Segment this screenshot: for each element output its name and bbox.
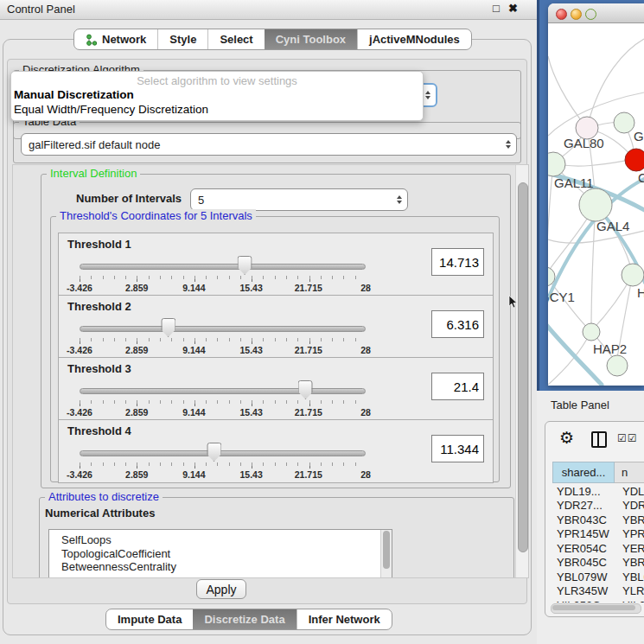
threshold-1-field[interactable] [431, 248, 484, 276]
tab-impute-data-label: Impute Data [118, 613, 182, 626]
cell[interactable]: YBR045C [552, 556, 617, 569]
table-row[interactable]: YDL19...YDL1 [552, 484, 644, 499]
table-row[interactable]: YBL079WYBL0 [552, 570, 644, 584]
slider-thumb[interactable] [161, 318, 175, 337]
table-row[interactable]: YBR043CYBR0 [552, 513, 644, 527]
slider-track[interactable] [80, 450, 366, 456]
network-canvas[interactable]: GAL80 G C GAL11 GAL4 GCY1 H HAP2 [548, 23, 644, 386]
number-of-intervals-combobox[interactable]: 5 [190, 188, 408, 211]
threshold-2-field[interactable] [431, 310, 484, 338]
cell[interactable]: YLR3 [617, 584, 644, 597]
cell[interactable]: YPR145W [552, 527, 617, 540]
node-partial[interactable] [607, 355, 628, 376]
numerical-attributes-label: Numerical Attributes [45, 507, 155, 520]
tab-discretize-data[interactable]: Discretize Data [193, 609, 296, 629]
table-row[interactable]: YER054CYER0 [552, 541, 644, 556]
column-header-shared[interactable]: shared... [552, 462, 615, 483]
network-icon [86, 34, 98, 46]
slider-track[interactable] [80, 388, 366, 394]
tab-cyni-toolbox[interactable]: Cyni Toolbox [265, 29, 357, 49]
cell[interactable]: YIL052C [552, 599, 617, 603]
cell[interactable]: YDR27... [552, 499, 617, 512]
cell[interactable]: YBL079W [552, 571, 617, 583]
slider-track[interactable] [80, 326, 366, 332]
minimize-traffic-light[interactable] [571, 9, 582, 20]
tab-select[interactable]: Select [207, 29, 264, 49]
cell[interactable]: YIL0 [617, 599, 644, 603]
scrollbar-thumb[interactable] [518, 182, 528, 552]
table-horizontal-scrollbar[interactable] [551, 603, 641, 614]
list-item[interactable]: SelfLoops [49, 530, 392, 547]
table-row[interactable]: YDR27...YDR2 [552, 499, 644, 513]
cell[interactable]: YDR2 [617, 499, 644, 512]
tab-impute-data[interactable]: Impute Data [106, 609, 193, 629]
cell[interactable]: YER0 [617, 542, 644, 555]
node-label: GCY1 [548, 290, 575, 304]
tick-label: 28 [360, 469, 371, 480]
node-label: GAL4 [596, 219, 629, 233]
split-table-icon[interactable] [591, 431, 607, 448]
list-scrollbar[interactable] [380, 530, 392, 578]
column-header-name[interactable]: n [615, 462, 644, 483]
list-item[interactable]: TopologicalCoefficient [49, 547, 392, 561]
slider-ticks [80, 338, 367, 344]
tick-label: 9.144 [182, 283, 205, 293]
tab-style[interactable]: Style [157, 29, 207, 49]
table-row[interactable]: YBR045CYBR0 [552, 556, 644, 571]
checkboxes-icon[interactable]: ☑☑ [617, 432, 638, 444]
cell[interactable]: YBL0 [617, 571, 644, 583]
threshold-4-slider[interactable]: -3.426 2.859 9.144 15.43 21.715 28 [80, 443, 366, 481]
cell[interactable]: YDL19... [552, 485, 617, 498]
settings-vertical-scrollbar[interactable] [515, 165, 528, 577]
table-data-combobox[interactable]: galFiltered.sif default node [21, 133, 517, 156]
tick-label: 21.715 [295, 345, 322, 355]
float-window-icon[interactable]: □ [493, 2, 500, 15]
cell[interactable]: YLR345W [552, 584, 617, 597]
threshold-4-field[interactable] [431, 435, 484, 462]
close-traffic-light[interactable] [556, 9, 567, 20]
list-item[interactable]: BetweennessCentrality [49, 560, 392, 574]
cell[interactable]: YER054C [552, 542, 617, 555]
table-row[interactable]: YLR345WYLR3 [552, 584, 644, 599]
table-row[interactable]: YPR145WYPR1 [552, 527, 644, 542]
tick-label: 9.144 [182, 407, 205, 418]
cell[interactable]: YPR1 [617, 527, 644, 540]
threshold-2-slider[interactable]: -3.426 2.859 9.144 15.43 21.715 28 [80, 318, 366, 356]
apply-button[interactable]: Apply [196, 579, 246, 599]
tick-label: 21.715 [295, 283, 322, 293]
network-nodes[interactable] [548, 112, 644, 376]
threshold-3-field[interactable] [431, 373, 484, 400]
slider-thumb[interactable] [238, 256, 252, 275]
cell[interactable]: YBR043C [552, 513, 617, 526]
tab-cyni-toolbox-label: Cyni Toolbox [276, 33, 346, 46]
node-hap2[interactable] [583, 323, 600, 341]
dropdown-item-equal-width[interactable]: Equal Width/Frequency Discretization [11, 102, 423, 117]
combo-arrows-icon [425, 91, 430, 99]
threshold-1-slider[interactable]: -3.426 2.859 9.144 15.43 21.715 28 [80, 256, 366, 294]
dropdown-item-manual[interactable]: Manual Discretization [11, 87, 423, 102]
node-gal4[interactable] [579, 188, 612, 221]
algorithm-dropdown-popup: Select algorithm to view settings Manual… [10, 71, 424, 121]
table-panel: ⚙ ☑☑ shared... n YDL19...YDL1 YDR27...YD… [545, 421, 644, 617]
tab-infer-network[interactable]: Infer Network [296, 609, 392, 629]
slider-thumb[interactable] [298, 380, 313, 399]
scrollbar-thumb[interactable] [552, 605, 635, 610]
node-selected-red[interactable] [625, 149, 644, 171]
close-icon[interactable]: ✖ [508, 2, 518, 15]
cell[interactable]: YBR0 [617, 513, 644, 526]
gear-icon[interactable]: ⚙ [559, 429, 574, 448]
tab-network[interactable]: Network [74, 29, 157, 49]
tab-jactivemnodules[interactable]: jActiveMNodules [357, 29, 471, 49]
threshold-3-slider[interactable]: -3.426 2.859 9.144 15.43 21.715 28 [80, 380, 366, 418]
table-row[interactable]: YIL052CYIL0 [552, 598, 644, 603]
node-g[interactable] [614, 112, 634, 133]
cell[interactable]: YDL1 [617, 485, 644, 498]
node-h[interactable] [622, 264, 644, 286]
panel-title: Control Panel [7, 3, 75, 16]
cell[interactable]: YBR0 [617, 556, 644, 569]
slider-thumb[interactable] [207, 443, 221, 462]
node-label: HAP2 [593, 341, 627, 356]
zoom-traffic-light[interactable] [585, 9, 596, 20]
app-root: Control Panel □ ✖ Network Style Select C… [0, 0, 644, 644]
slider-track[interactable] [80, 264, 366, 270]
